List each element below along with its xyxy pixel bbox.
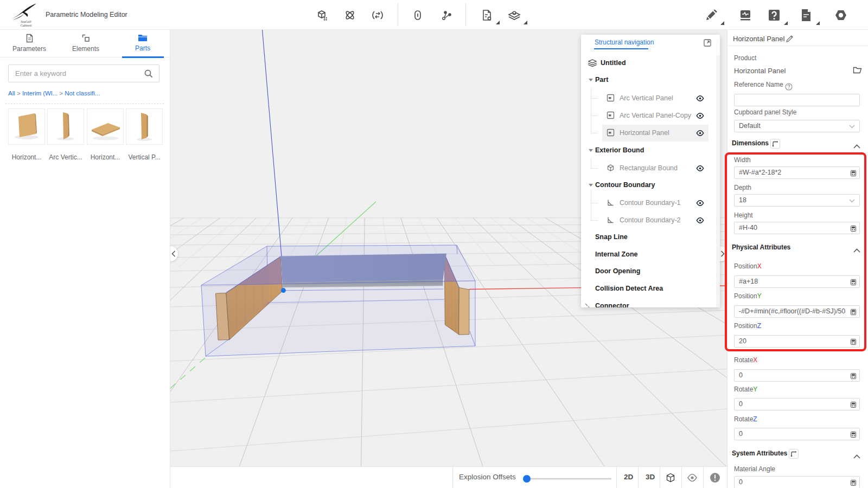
svg-text:SeaGull: SeaGull bbox=[21, 20, 31, 23]
svg-text:Cabinett: Cabinett bbox=[21, 24, 32, 27]
